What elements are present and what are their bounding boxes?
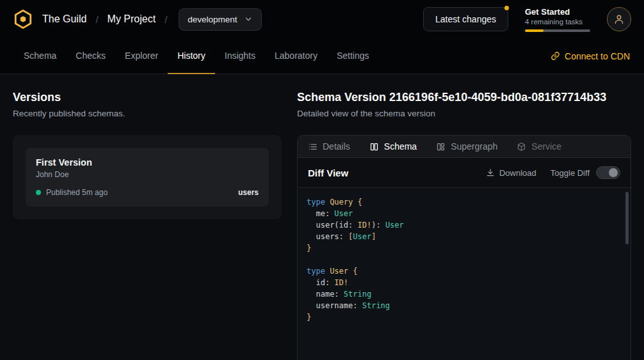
connect-to-cdn-label: Connect to CDN <box>565 51 630 61</box>
environment-label: development <box>188 15 237 24</box>
tab-schema[interactable]: Schema <box>369 141 417 152</box>
tab-supergraph[interactable]: Supergraph <box>436 141 497 152</box>
version-meta: Published 5m ago users <box>36 188 259 197</box>
header-actions: Latest changes Get Started 4 remaining t… <box>423 7 631 32</box>
get-started-progress-fill <box>525 29 543 32</box>
version-list-item[interactable]: First Version John Doe Published 5m ago … <box>26 148 269 207</box>
breadcrumb-org[interactable]: The Guild <box>42 13 86 25</box>
version-detail-column: Schema Version 2166196f-5e10-4059-bd0a-0… <box>297 91 631 360</box>
diff-actions: Download Toggle Diff <box>486 166 620 179</box>
schema-code-area: type Query { me: User user(id: ID!): Use… <box>298 188 631 360</box>
tab-supergraph-label: Supergraph <box>451 141 497 152</box>
tab-service[interactable]: Service <box>517 141 561 152</box>
toggle-diff-switch[interactable] <box>596 166 620 179</box>
connect-to-cdn-button[interactable]: Connect to CDN <box>551 38 630 74</box>
link-icon <box>551 51 560 61</box>
version-detail-subtitle: Detailed view of the schema version <box>297 109 631 118</box>
nav-tab-explorer[interactable]: Explorer <box>115 38 168 74</box>
breadcrumb-separator: / <box>95 14 98 25</box>
breadcrumb-project[interactable]: My Project <box>108 13 156 25</box>
top-header: The Guild / My Project / development Lat… <box>0 0 644 38</box>
versions-subtitle: Recently published schemas. <box>13 109 282 118</box>
tab-schema-label: Schema <box>384 141 417 152</box>
diff-view-title: Diff View <box>308 168 348 178</box>
cube-icon <box>517 142 526 152</box>
notification-dot <box>504 6 509 10</box>
latest-changes-button[interactable]: Latest changes <box>423 7 508 31</box>
versions-title: Versions <box>13 91 282 104</box>
nav-tab-history[interactable]: History <box>168 38 215 74</box>
get-started-widget[interactable]: Get Started 4 remaining tasks <box>525 7 590 32</box>
get-started-title: Get Started <box>525 7 590 17</box>
version-status: Published 5m ago <box>46 188 108 197</box>
grid-icon <box>436 142 446 152</box>
toggle-diff-label: Toggle Diff <box>551 168 590 178</box>
latest-changes-label: Latest changes <box>435 14 496 24</box>
columns-icon <box>369 142 379 152</box>
version-name: First Version <box>36 157 259 168</box>
version-detail-title: Schema Version 2166196f-5e10-4059-bd0a-0… <box>297 91 631 104</box>
tab-details-label: Details <box>323 141 350 152</box>
version-detail-panel: Details Schema Supergraph <box>297 135 631 360</box>
toggle-knob <box>609 168 618 177</box>
main-content: Versions Recently published schemas. Fir… <box>0 74 644 360</box>
download-icon <box>486 168 495 177</box>
breadcrumb-separator: / <box>165 14 167 25</box>
download-button[interactable]: Download <box>486 168 536 178</box>
primary-nav: Schema Checks Explorer History Insights … <box>0 38 644 74</box>
versions-list: First Version John Doe Published 5m ago … <box>13 135 282 219</box>
tab-service-label: Service <box>531 141 561 152</box>
nav-tab-insights[interactable]: Insights <box>215 38 265 74</box>
versions-column: Versions Recently published schemas. Fir… <box>13 91 282 360</box>
chevron-down-icon <box>244 15 253 24</box>
nav-tab-checks[interactable]: Checks <box>66 38 115 74</box>
hive-logo[interactable] <box>13 9 33 29</box>
list-icon <box>308 142 318 152</box>
get-started-subtitle: 4 remaining tasks <box>525 18 590 26</box>
tab-details[interactable]: Details <box>308 141 350 152</box>
hive-logo-icon <box>13 9 33 29</box>
code-block[interactable]: type Query { me: User user(id: ID!): Use… <box>298 188 631 331</box>
breadcrumb: The Guild / My Project / development <box>13 8 262 31</box>
download-label: Download <box>499 168 536 178</box>
nav-tab-settings[interactable]: Settings <box>327 38 379 74</box>
version-author: John Doe <box>36 170 259 179</box>
user-avatar[interactable] <box>607 7 631 31</box>
version-service-badge: users <box>238 188 259 197</box>
nav-tab-laboratory[interactable]: Laboratory <box>265 38 327 74</box>
get-started-progress-bar <box>525 29 590 32</box>
vertical-scrollbar[interactable] <box>625 192 629 244</box>
diff-toolbar: Diff View Download Toggle Diff <box>298 158 631 188</box>
user-icon <box>613 13 625 25</box>
environment-selector[interactable]: development <box>179 8 261 31</box>
published-status-dot <box>36 190 41 195</box>
detail-tabs: Details Schema Supergraph <box>298 136 631 158</box>
nav-tab-schema[interactable]: Schema <box>14 38 66 74</box>
toggle-diff-control: Toggle Diff <box>551 166 620 179</box>
